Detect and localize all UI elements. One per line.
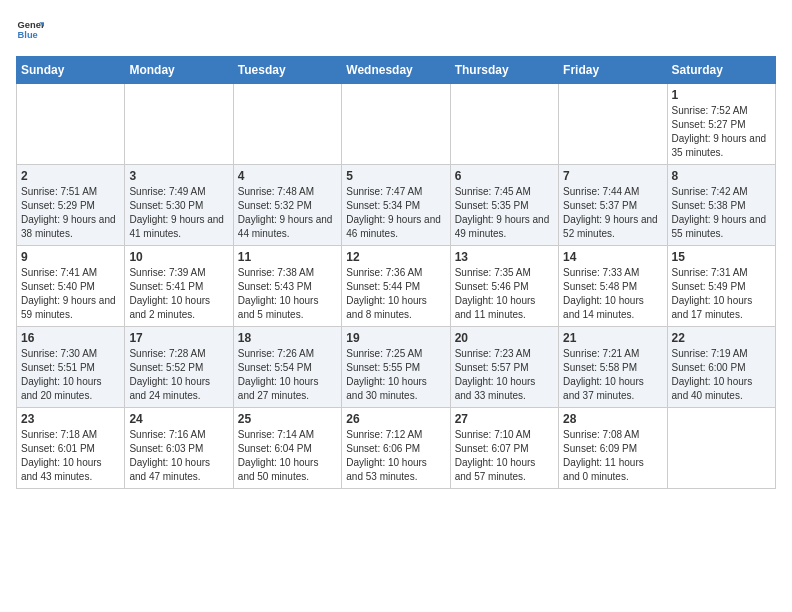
weekday-header-saturday: Saturday [667, 57, 775, 84]
calendar-cell: 22Sunrise: 7:19 AMSunset: 6:00 PMDayligh… [667, 327, 775, 408]
day-info: Sunrise: 7:18 AMSunset: 6:01 PMDaylight:… [21, 428, 120, 484]
day-number: 26 [346, 412, 445, 426]
calendar-cell: 26Sunrise: 7:12 AMSunset: 6:06 PMDayligh… [342, 408, 450, 489]
day-info: Sunrise: 7:49 AMSunset: 5:30 PMDaylight:… [129, 185, 228, 241]
calendar-cell: 24Sunrise: 7:16 AMSunset: 6:03 PMDayligh… [125, 408, 233, 489]
day-number: 20 [455, 331, 554, 345]
day-info: Sunrise: 7:21 AMSunset: 5:58 PMDaylight:… [563, 347, 662, 403]
day-info: Sunrise: 7:16 AMSunset: 6:03 PMDaylight:… [129, 428, 228, 484]
day-number: 27 [455, 412, 554, 426]
calendar-cell: 11Sunrise: 7:38 AMSunset: 5:43 PMDayligh… [233, 246, 341, 327]
logo: General Blue [16, 16, 48, 44]
day-info: Sunrise: 7:19 AMSunset: 6:00 PMDaylight:… [672, 347, 771, 403]
weekday-header-wednesday: Wednesday [342, 57, 450, 84]
day-number: 21 [563, 331, 662, 345]
day-info: Sunrise: 7:33 AMSunset: 5:48 PMDaylight:… [563, 266, 662, 322]
day-number: 11 [238, 250, 337, 264]
calendar-cell: 25Sunrise: 7:14 AMSunset: 6:04 PMDayligh… [233, 408, 341, 489]
day-info: Sunrise: 7:42 AMSunset: 5:38 PMDaylight:… [672, 185, 771, 241]
day-info: Sunrise: 7:41 AMSunset: 5:40 PMDaylight:… [21, 266, 120, 322]
calendar-cell: 6Sunrise: 7:45 AMSunset: 5:35 PMDaylight… [450, 165, 558, 246]
day-info: Sunrise: 7:23 AMSunset: 5:57 PMDaylight:… [455, 347, 554, 403]
calendar-cell: 5Sunrise: 7:47 AMSunset: 5:34 PMDaylight… [342, 165, 450, 246]
calendar-cell: 1Sunrise: 7:52 AMSunset: 5:27 PMDaylight… [667, 84, 775, 165]
weekday-header-row: SundayMondayTuesdayWednesdayThursdayFrid… [17, 57, 776, 84]
day-number: 13 [455, 250, 554, 264]
calendar-cell [125, 84, 233, 165]
calendar-cell: 16Sunrise: 7:30 AMSunset: 5:51 PMDayligh… [17, 327, 125, 408]
svg-text:Blue: Blue [18, 30, 38, 40]
day-number: 12 [346, 250, 445, 264]
logo-icon: General Blue [16, 16, 44, 44]
day-info: Sunrise: 7:52 AMSunset: 5:27 PMDaylight:… [672, 104, 771, 160]
calendar-cell: 3Sunrise: 7:49 AMSunset: 5:30 PMDaylight… [125, 165, 233, 246]
calendar-cell: 7Sunrise: 7:44 AMSunset: 5:37 PMDaylight… [559, 165, 667, 246]
calendar-cell: 12Sunrise: 7:36 AMSunset: 5:44 PMDayligh… [342, 246, 450, 327]
day-number: 4 [238, 169, 337, 183]
calendar-cell: 17Sunrise: 7:28 AMSunset: 5:52 PMDayligh… [125, 327, 233, 408]
calendar-cell [342, 84, 450, 165]
day-number: 24 [129, 412, 228, 426]
day-number: 7 [563, 169, 662, 183]
day-number: 6 [455, 169, 554, 183]
weekday-header-friday: Friday [559, 57, 667, 84]
svg-text:General: General [18, 20, 44, 30]
day-info: Sunrise: 7:25 AMSunset: 5:55 PMDaylight:… [346, 347, 445, 403]
day-info: Sunrise: 7:48 AMSunset: 5:32 PMDaylight:… [238, 185, 337, 241]
day-number: 5 [346, 169, 445, 183]
day-info: Sunrise: 7:47 AMSunset: 5:34 PMDaylight:… [346, 185, 445, 241]
day-number: 2 [21, 169, 120, 183]
weekday-header-thursday: Thursday [450, 57, 558, 84]
calendar-cell: 2Sunrise: 7:51 AMSunset: 5:29 PMDaylight… [17, 165, 125, 246]
day-info: Sunrise: 7:44 AMSunset: 5:37 PMDaylight:… [563, 185, 662, 241]
calendar-cell: 9Sunrise: 7:41 AMSunset: 5:40 PMDaylight… [17, 246, 125, 327]
calendar-week-1: 1Sunrise: 7:52 AMSunset: 5:27 PMDaylight… [17, 84, 776, 165]
calendar-cell: 14Sunrise: 7:33 AMSunset: 5:48 PMDayligh… [559, 246, 667, 327]
day-number: 1 [672, 88, 771, 102]
day-info: Sunrise: 7:28 AMSunset: 5:52 PMDaylight:… [129, 347, 228, 403]
day-info: Sunrise: 7:35 AMSunset: 5:46 PMDaylight:… [455, 266, 554, 322]
weekday-header-sunday: Sunday [17, 57, 125, 84]
day-info: Sunrise: 7:14 AMSunset: 6:04 PMDaylight:… [238, 428, 337, 484]
weekday-header-monday: Monday [125, 57, 233, 84]
day-info: Sunrise: 7:36 AMSunset: 5:44 PMDaylight:… [346, 266, 445, 322]
calendar-week-2: 2Sunrise: 7:51 AMSunset: 5:29 PMDaylight… [17, 165, 776, 246]
day-number: 15 [672, 250, 771, 264]
day-info: Sunrise: 7:38 AMSunset: 5:43 PMDaylight:… [238, 266, 337, 322]
day-info: Sunrise: 7:31 AMSunset: 5:49 PMDaylight:… [672, 266, 771, 322]
calendar-cell: 10Sunrise: 7:39 AMSunset: 5:41 PMDayligh… [125, 246, 233, 327]
day-info: Sunrise: 7:45 AMSunset: 5:35 PMDaylight:… [455, 185, 554, 241]
calendar-cell: 23Sunrise: 7:18 AMSunset: 6:01 PMDayligh… [17, 408, 125, 489]
calendar-cell: 28Sunrise: 7:08 AMSunset: 6:09 PMDayligh… [559, 408, 667, 489]
day-number: 10 [129, 250, 228, 264]
calendar-cell [667, 408, 775, 489]
day-number: 8 [672, 169, 771, 183]
calendar-cell [450, 84, 558, 165]
page-header: General Blue [16, 16, 776, 44]
day-number: 9 [21, 250, 120, 264]
day-number: 23 [21, 412, 120, 426]
calendar-cell [17, 84, 125, 165]
day-number: 17 [129, 331, 228, 345]
day-number: 18 [238, 331, 337, 345]
calendar-body: 1Sunrise: 7:52 AMSunset: 5:27 PMDaylight… [17, 84, 776, 489]
calendar-cell [559, 84, 667, 165]
day-info: Sunrise: 7:10 AMSunset: 6:07 PMDaylight:… [455, 428, 554, 484]
calendar-week-5: 23Sunrise: 7:18 AMSunset: 6:01 PMDayligh… [17, 408, 776, 489]
day-number: 19 [346, 331, 445, 345]
day-number: 3 [129, 169, 228, 183]
calendar-cell: 15Sunrise: 7:31 AMSunset: 5:49 PMDayligh… [667, 246, 775, 327]
day-info: Sunrise: 7:39 AMSunset: 5:41 PMDaylight:… [129, 266, 228, 322]
calendar-cell: 21Sunrise: 7:21 AMSunset: 5:58 PMDayligh… [559, 327, 667, 408]
day-number: 16 [21, 331, 120, 345]
calendar-cell: 8Sunrise: 7:42 AMSunset: 5:38 PMDaylight… [667, 165, 775, 246]
day-number: 22 [672, 331, 771, 345]
day-number: 28 [563, 412, 662, 426]
calendar-cell: 20Sunrise: 7:23 AMSunset: 5:57 PMDayligh… [450, 327, 558, 408]
day-info: Sunrise: 7:26 AMSunset: 5:54 PMDaylight:… [238, 347, 337, 403]
calendar-cell: 27Sunrise: 7:10 AMSunset: 6:07 PMDayligh… [450, 408, 558, 489]
day-info: Sunrise: 7:51 AMSunset: 5:29 PMDaylight:… [21, 185, 120, 241]
calendar-week-4: 16Sunrise: 7:30 AMSunset: 5:51 PMDayligh… [17, 327, 776, 408]
weekday-header-tuesday: Tuesday [233, 57, 341, 84]
calendar-table: SundayMondayTuesdayWednesdayThursdayFrid… [16, 56, 776, 489]
